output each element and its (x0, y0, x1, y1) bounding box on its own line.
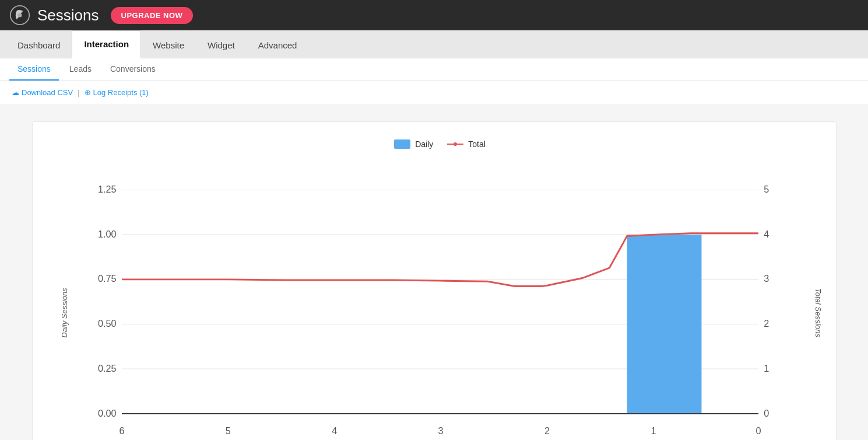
svg-text:1: 1 (764, 363, 769, 373)
chart-legend: Daily Total (68, 139, 813, 149)
legend-daily-bar (394, 139, 410, 149)
legend-daily-label: Daily (415, 139, 433, 149)
svg-point-1 (17, 13, 22, 17)
download-csv-label: Download CSV (22, 88, 73, 97)
sub-navigation: Sessions Leads Conversions (0, 58, 868, 81)
log-receipts-link[interactable]: ⊕ Log Receipts (1) (85, 88, 149, 97)
svg-text:0.75: 0.75 (98, 273, 117, 284)
legend-total-label: Total (468, 139, 486, 149)
svg-text:0.00: 0.00 (98, 408, 117, 418)
download-icon: ☁ (12, 88, 19, 97)
legend-total-line (447, 144, 463, 145)
svg-text:0: 0 (764, 408, 769, 418)
svg-text:1: 1 (651, 425, 656, 436)
y-right-axis-label: Total Sessions (814, 288, 823, 337)
daily-bar (627, 235, 701, 414)
svg-text:4: 4 (332, 425, 337, 436)
tab-advanced[interactable]: Advanced (247, 32, 309, 58)
chart-wrapper: Daily Total Daily Sessions Total Session… (32, 121, 837, 440)
app-logo-icon (9, 5, 30, 26)
app-header: Sessions UPGRADE NOW (0, 0, 868, 30)
svg-text:6: 6 (119, 425, 124, 436)
action-separator: | (78, 88, 79, 97)
chart-svg-container: Daily Sessions Total Sessions 1.25 1.00 … (68, 163, 813, 440)
tab-leads[interactable]: Leads (61, 58, 100, 81)
tab-conversions[interactable]: Conversions (102, 58, 164, 81)
tab-widget[interactable]: Widget (196, 32, 247, 58)
tab-interaction[interactable]: Interaction (72, 30, 141, 58)
svg-text:3: 3 (438, 425, 443, 436)
top-navigation: Dashboard Interaction Website Widget Adv… (0, 30, 868, 58)
main-content: Dashboard Interaction Website Widget Adv… (0, 30, 868, 440)
svg-text:0.50: 0.50 (98, 318, 117, 329)
svg-text:3: 3 (764, 273, 769, 284)
actions-bar: ☁ Download CSV | ⊕ Log Receipts (1) (0, 81, 868, 104)
svg-text:2: 2 (764, 318, 769, 329)
app-title: Sessions (37, 6, 99, 25)
legend-total: Total (447, 139, 486, 149)
svg-text:5: 5 (225, 425, 230, 436)
tab-dashboard[interactable]: Dashboard (6, 32, 72, 58)
svg-text:5: 5 (764, 184, 769, 194)
svg-text:0: 0 (755, 425, 761, 436)
legend-daily: Daily (394, 139, 433, 149)
download-csv-link[interactable]: ☁ Download CSV (12, 88, 73, 97)
svg-text:1.00: 1.00 (98, 229, 117, 239)
svg-text:2: 2 (544, 425, 550, 436)
main-chart-svg: 1.25 1.00 0.75 0.50 0.25 0.00 5 4 3 2 1 … (68, 163, 813, 440)
svg-text:0.25: 0.25 (98, 363, 117, 373)
y-left-axis-label: Daily Sessions (60, 288, 69, 338)
tab-website[interactable]: Website (141, 32, 196, 58)
log-icon: ⊕ (85, 88, 91, 97)
svg-text:4: 4 (764, 229, 769, 239)
chart-container: Daily Total Daily Sessions Total Session… (0, 104, 868, 440)
log-receipts-label: Log Receipts (1) (93, 88, 149, 97)
upgrade-button[interactable]: UPGRADE NOW (111, 7, 194, 24)
svg-text:1.25: 1.25 (98, 184, 117, 194)
tab-sessions[interactable]: Sessions (9, 58, 59, 81)
